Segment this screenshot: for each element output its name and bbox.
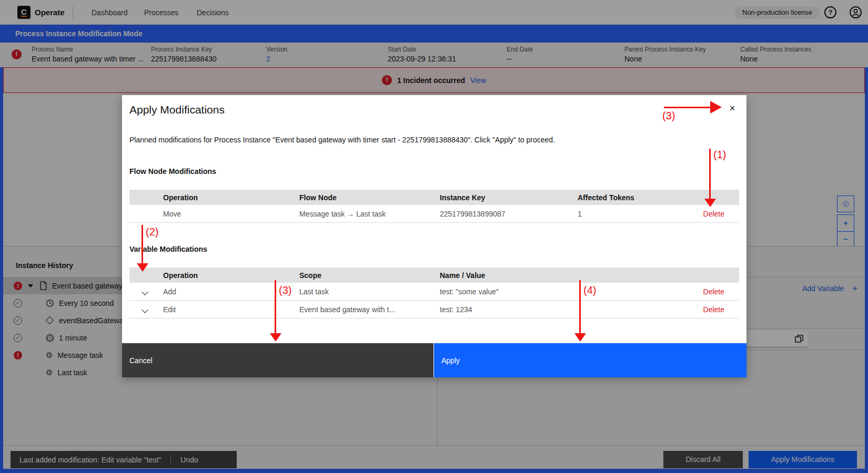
table-header-row: Operation Scope Name / Value — [129, 268, 739, 283]
scope-cell: Event based gateway with t... — [299, 305, 440, 314]
annotation-arrow-4-head — [574, 333, 586, 342]
annotation-arrow-4-line — [579, 280, 581, 334]
delete-variable-modification-link[interactable]: Delete — [681, 287, 739, 296]
modal-apply-button[interactable]: Apply — [434, 343, 746, 377]
close-icon[interactable]: × — [724, 100, 740, 116]
annotation-label-4: (4) — [583, 284, 596, 296]
column-header: Scope — [299, 271, 440, 280]
table-row: Move Message task → Last task 2251799813… — [129, 205, 739, 223]
operation-cell: Move — [163, 210, 299, 218]
modal-title: Apply Modifications — [129, 104, 225, 116]
column-header: Instance Key — [440, 193, 578, 202]
column-header: Operation — [163, 193, 299, 202]
expand-chevron-icon[interactable] — [142, 306, 148, 313]
name-value-cell: test: "some value" — [440, 287, 578, 296]
column-header: Affected Tokens — [578, 193, 681, 202]
annotation-label-3-bottom: (3) — [279, 284, 291, 296]
name-value-cell: test: 1234 — [440, 305, 578, 314]
screen: C Operate Dashboard Processes Decisions … — [0, 0, 868, 473]
flow-node-modifications-table: Operation Flow Node Instance Key Affecte… — [129, 190, 739, 223]
expand-chevron-icon[interactable] — [142, 289, 148, 295]
annotation-label-1: (1) — [713, 149, 726, 161]
annotation-label-2: (2) — [146, 226, 158, 238]
flow-node-section-heading: Flow Node Modifications — [129, 167, 216, 176]
annotation-arrow-3-bottom-line — [275, 280, 276, 334]
table-row: Edit Event based gateway with t... test:… — [129, 301, 739, 318]
instance-key-cell: 2251799813899087 — [440, 210, 578, 218]
annotation-arrow-1-line — [709, 149, 711, 200]
modal-description: Planned modifications for Process Instan… — [129, 136, 555, 144]
affected-tokens-cell: 1 — [578, 210, 681, 218]
scope-cell: Last task — [299, 287, 440, 296]
flow-node-cell: Message task → Last task — [299, 210, 440, 218]
annotation-arrow-2-head — [137, 263, 148, 272]
annotation-arrow-2-line — [142, 225, 143, 264]
annotation-arrow-3-bottom-head — [270, 333, 281, 342]
variable-modifications-table: Operation Scope Name / Value Add Last ta… — [129, 268, 739, 318]
annotation-arrow-3-top-head — [710, 101, 722, 114]
table-row: Add Last task test: "some value" Delete — [129, 283, 739, 301]
column-header: Name / Value — [440, 271, 578, 280]
operation-cell: Edit — [163, 305, 299, 314]
column-header: Flow Node — [299, 193, 440, 202]
column-header: Operation — [163, 271, 299, 280]
annotation-arrow-1-head — [704, 199, 716, 207]
delete-flow-node-modification-link[interactable]: Delete — [681, 210, 739, 218]
annotation-arrow-3-top-line — [664, 107, 710, 108]
modal-cancel-button[interactable]: Cancel — [122, 343, 433, 377]
delete-variable-modification-link[interactable]: Delete — [681, 305, 739, 314]
apply-modifications-modal: Apply Modifications × Planned modificati… — [122, 95, 746, 377]
table-header-row: Operation Flow Node Instance Key Affecte… — [129, 190, 739, 205]
annotation-label-3-top: (3) — [662, 110, 675, 122]
